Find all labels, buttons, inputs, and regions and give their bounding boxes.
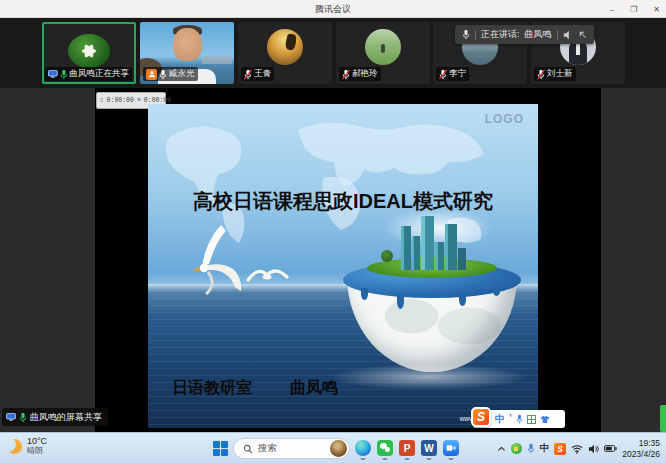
- search-highlight-image[interactable]: [330, 440, 347, 457]
- timer-total: 0:00:00: [144, 97, 171, 104]
- participant-filmstrip: 曲凤鸣正在共享 臧永光 王青: [0, 18, 666, 88]
- participant-name: 刘士新: [547, 68, 573, 80]
- participant-tile-3[interactable]: 王青: [238, 22, 332, 84]
- maximize-button[interactable]: ❐: [630, 5, 637, 14]
- host-badge-icon: [146, 69, 157, 80]
- speaker-icon[interactable]: [563, 30, 573, 40]
- mic-muted-icon: [537, 69, 545, 80]
- clock-time: 19:35: [622, 438, 660, 448]
- sogou-tray-icon[interactable]: S: [554, 443, 566, 455]
- taskbar-app-powerpoint[interactable]: P: [399, 440, 415, 456]
- ime-indicator[interactable]: 中: [540, 442, 550, 455]
- collapse-arrow-icon[interactable]: [578, 30, 587, 39]
- seagull-icon: [175, 222, 255, 297]
- sogou-logo-icon[interactable]: S: [471, 407, 491, 427]
- participant-tile-2[interactable]: 臧永光: [140, 22, 234, 84]
- screen-share-icon: [48, 70, 58, 78]
- avatar: [365, 29, 401, 65]
- taskbar-app-word[interactable]: W: [421, 440, 437, 456]
- globe-graphic: [343, 214, 521, 414]
- active-indicator: [449, 458, 454, 460]
- active-indicator: [361, 458, 366, 460]
- powerpoint-icon: P: [399, 440, 415, 456]
- speaking-name: 曲凤鸣: [525, 28, 552, 41]
- taskbar-weather-widget[interactable]: 10°C 晴朗: [7, 437, 47, 456]
- active-indicator: [427, 458, 432, 460]
- participant-name: 郝艳玲: [352, 68, 378, 80]
- close-button[interactable]: ✕: [653, 5, 660, 14]
- taskbar-app-tencent-meeting[interactable]: [443, 440, 459, 456]
- skin-shirt-icon[interactable]: [540, 415, 550, 424]
- title-bar: 腾讯会议 – ❐ ✕: [0, 0, 666, 18]
- participant-tile-quFengming[interactable]: 曲凤鸣正在共享: [42, 22, 136, 84]
- windows-taskbar: 10°C 晴朗 搜索 P W 中 S 19:35: [0, 432, 666, 463]
- mic-muted-icon: [244, 69, 252, 80]
- mic-icon: [462, 29, 470, 40]
- participant-name: 李宁: [449, 68, 466, 80]
- participant-name: 曲凤鸣正在共享: [70, 68, 130, 80]
- timer-separator-icon: »: [137, 97, 141, 104]
- minimize-button[interactable]: –: [610, 5, 614, 14]
- wifi-icon[interactable]: [571, 444, 583, 454]
- presentation-slide: LOGO 高校日语课程思政IDEAL模式研究: [148, 104, 538, 428]
- antivirus-tray-icon[interactable]: [511, 443, 522, 454]
- city-buildings: [401, 214, 471, 270]
- speaking-label: 正在讲话:: [481, 28, 520, 41]
- moon-icon: [5, 437, 24, 456]
- participant-tile-4[interactable]: 郝艳玲: [336, 22, 430, 84]
- soft-keyboard-icon[interactable]: [527, 415, 536, 424]
- battery-icon[interactable]: [604, 444, 617, 453]
- taskbar-app-edge[interactable]: [355, 440, 371, 456]
- ime-chinese-mode-icon[interactable]: 中: [495, 414, 505, 424]
- tray-clock[interactable]: 19:35 2023/4/26: [622, 438, 660, 458]
- clock-date: 2023/4/26: [622, 449, 660, 459]
- shared-screen-stage: ≡ 0:00:00 » 0:00:00 LOGO: [95, 88, 601, 432]
- search-placeholder: 搜索: [258, 442, 325, 455]
- search-icon: [243, 444, 253, 454]
- weather-condition: 晴朗: [27, 447, 47, 456]
- tencent-meeting-icon: [443, 440, 459, 456]
- tencent-meeting-window: 腾讯会议 – ❐ ✕ 曲凤鸣正在共享: [0, 0, 666, 463]
- mic-muted-icon: [342, 69, 350, 80]
- tray-chevron-icon[interactable]: [497, 445, 506, 452]
- screen-share-chip[interactable]: 曲凤鸣的屏幕共享: [2, 408, 108, 426]
- window-title: 腾讯会议: [0, 3, 666, 16]
- main-area: ≡ 0:00:00 » 0:00:00 LOGO: [0, 88, 666, 432]
- slide-logo: LOGO: [485, 112, 524, 126]
- seagull-icon: [245, 262, 290, 290]
- active-indicator: [383, 458, 388, 460]
- mic-on-icon: [19, 412, 27, 423]
- share-chip-label: 曲凤鸣的屏幕共享: [30, 411, 102, 424]
- participant-name: 臧永光: [169, 68, 195, 80]
- slide-department: 日语教研室: [172, 378, 252, 399]
- taskbar-search[interactable]: 搜索: [233, 438, 350, 459]
- avatar: [267, 29, 303, 65]
- mic-on-icon: [159, 69, 167, 80]
- active-indicator: [405, 458, 410, 460]
- word-icon: W: [421, 440, 437, 456]
- edge-panel-handle[interactable]: [660, 405, 666, 432]
- timer-elapsed: 0:00:00: [107, 97, 134, 104]
- speaker-icon[interactable]: [588, 444, 599, 454]
- screen-share-icon: [6, 413, 16, 421]
- participant-name: 王青: [254, 68, 271, 80]
- slide-author: 曲凤鸣: [290, 378, 338, 399]
- voice-input-icon[interactable]: [516, 414, 523, 424]
- sogou-input-toolbar[interactable]: S 中 ’: [473, 410, 565, 428]
- avatar: [68, 34, 110, 68]
- speaking-toast: 正在讲话: 曲凤鸣: [455, 25, 594, 44]
- timer-menu-icon[interactable]: ≡: [100, 97, 104, 104]
- mic-on-icon: [60, 69, 68, 80]
- edge-icon: [355, 440, 371, 456]
- taskbar-app-wechat[interactable]: [377, 440, 393, 456]
- punctuation-mode-icon[interactable]: ’: [509, 414, 512, 424]
- tray-mic-icon[interactable]: [527, 443, 535, 454]
- start-button[interactable]: [213, 441, 228, 456]
- mic-muted-icon: [439, 69, 447, 80]
- wechat-icon: [377, 440, 393, 456]
